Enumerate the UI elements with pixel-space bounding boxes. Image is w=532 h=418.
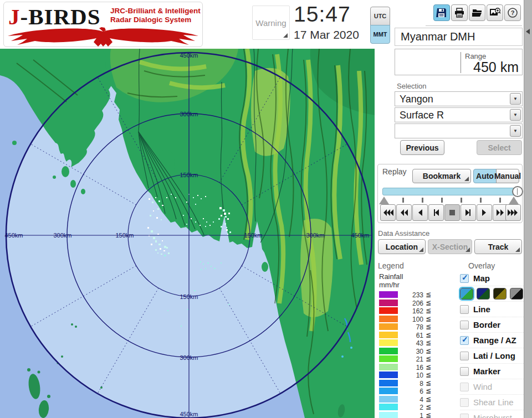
track-button[interactable]: Track (474, 239, 522, 254)
checkbox-checked-icon[interactable] (460, 274, 469, 283)
legend-unit-line1: Rainfall (379, 272, 446, 281)
legend-leq-symbol: ≦ (426, 291, 431, 298)
previous-label: Previous (406, 143, 438, 152)
timeline-thumb[interactable] (512, 186, 523, 197)
chevron-down-icon[interactable]: ▼ (510, 109, 521, 121)
legend-row: 233≦ (379, 291, 446, 299)
map-style-gray-swatch[interactable] (510, 288, 523, 300)
skip-forward-fast-button[interactable] (505, 204, 521, 221)
xsection-label: X-Section (432, 242, 468, 251)
legend-color-swatch (379, 412, 398, 418)
open-folder-button[interactable] (469, 4, 485, 21)
map-style-terrain-swatch[interactable] (460, 288, 473, 300)
timeline-end-marker[interactable] (509, 197, 519, 204)
capture-zoom-button[interactable] (487, 4, 503, 21)
legend-leq-symbol: ≦ (426, 371, 431, 379)
legend-value: 61 (399, 332, 423, 339)
stop-button[interactable] (444, 204, 460, 221)
checkbox-icon[interactable] (460, 321, 469, 329)
option-dropdown[interactable]: ▼ (395, 123, 523, 138)
location-button[interactable]: Location (378, 239, 426, 254)
overlay-item-label: Line (473, 305, 490, 314)
play-backward-icon (416, 209, 424, 216)
location-label: Location (386, 242, 418, 251)
overlay-item-label: Marker (473, 367, 500, 376)
overlay-item-marker[interactable]: Marker (460, 364, 524, 379)
site-dropdown[interactable]: Yangon ▼ (395, 91, 523, 106)
legend-color-swatch (379, 316, 398, 322)
map-style-olive-swatch[interactable] (493, 288, 507, 300)
step-last-button[interactable] (461, 204, 476, 221)
legend-value: 6 (399, 388, 423, 395)
map-style-dark-swatch[interactable] (477, 288, 490, 300)
ring-label-300-left: 300km (53, 232, 71, 239)
panel-collapse-strip[interactable] (524, 0, 532, 418)
menu-corner-icon (283, 33, 288, 38)
help-button[interactable]: ? (504, 4, 521, 21)
ring-label-300-top: 300km (180, 111, 198, 117)
bookmark-button[interactable]: Bookmark (412, 169, 471, 183)
overlay-item-range-az[interactable]: Range / AZ (460, 333, 524, 348)
manual-label: Manual (494, 172, 521, 180)
overlay-item-map[interactable]: Map (460, 271, 524, 286)
product-dropdown[interactable]: Surface R ▼ (395, 107, 523, 122)
timeline-tick (480, 198, 482, 203)
legend-row: 30≦ (379, 347, 446, 355)
checkbox-icon[interactable] (460, 367, 469, 376)
checkbox-icon[interactable] (460, 352, 469, 360)
ring-label-450-top: 450km (180, 52, 198, 59)
play-backward-button[interactable] (412, 204, 428, 221)
legend-color-swatch (379, 291, 398, 298)
skip-backward-button[interactable] (396, 204, 412, 221)
ring-label-150-right: 150km (244, 232, 262, 239)
manual-button[interactable]: Manual (496, 169, 519, 183)
select-button[interactable]: Select (477, 140, 522, 155)
chevron-down-icon[interactable]: ▼ (510, 125, 521, 137)
legend-leq-symbol: ≦ (426, 395, 431, 403)
legend-row: 100≦ (379, 315, 446, 323)
timeline-start-marker[interactable] (379, 197, 389, 204)
overlay-item-lati-long[interactable]: Lati / Long (460, 348, 524, 364)
ring-label-150-bottom: 150km (180, 293, 198, 300)
legend-color-swatch (379, 388, 398, 394)
selection-label: Selection (397, 82, 426, 90)
menu-corner-icon (464, 177, 469, 181)
station-name-box: Myanmar DMH (395, 28, 523, 46)
checkbox-checked-icon[interactable] (460, 336, 469, 345)
legend-row: 1≦ (379, 411, 446, 418)
chevron-down-icon[interactable]: ▼ (510, 93, 521, 105)
checkbox-icon[interactable] (460, 305, 469, 314)
checkbox-disabled-icon (460, 414, 469, 418)
previous-button[interactable]: Previous (400, 140, 444, 155)
capture-icon (489, 7, 501, 19)
station-name: Myanmar DMH (401, 30, 475, 43)
overlay-item-line[interactable]: Line (460, 302, 524, 317)
step-first-button[interactable] (428, 204, 444, 221)
legend-value: 8 (399, 380, 423, 388)
save-button[interactable] (433, 4, 450, 21)
jbirds-application: J-BIRDS JRC-Brilliant & Intelligent Rada… (0, 0, 532, 418)
play-forward-button[interactable] (477, 204, 492, 221)
auto-button[interactable]: Auto (473, 169, 497, 183)
mmt-button[interactable]: MMT (370, 25, 390, 44)
utc-button[interactable]: UTC (370, 7, 390, 25)
skip-backward-fast-button[interactable] (380, 204, 396, 221)
legend-color-swatch (379, 332, 398, 338)
xsection-button[interactable]: X-Section (428, 239, 472, 254)
overlay-item-label: Microburst (473, 413, 512, 418)
warning-button[interactable]: Warning (252, 6, 290, 40)
replay-timeline-slider[interactable] (382, 188, 519, 195)
svg-text:?: ? (511, 9, 515, 16)
ring-label-150-top: 150km (180, 172, 198, 178)
legend-color-swatch (379, 355, 398, 362)
radar-map[interactable]: 450km 300km 150km 150km 300km 450km 450k… (0, 49, 375, 418)
logo-subtitle: JRC-Brilliant & Intelligent Radar Dialog… (110, 7, 201, 24)
legend-value: 21 (399, 355, 423, 363)
legend-leq-symbol: ≦ (426, 315, 431, 323)
timeline-tick (441, 198, 443, 203)
range-value: 450 km (473, 59, 519, 75)
warning-label: Warning (255, 18, 286, 28)
legend-leq-symbol: ≦ (426, 355, 431, 363)
print-button[interactable] (451, 4, 468, 21)
overlay-item-border[interactable]: Border (460, 317, 524, 333)
